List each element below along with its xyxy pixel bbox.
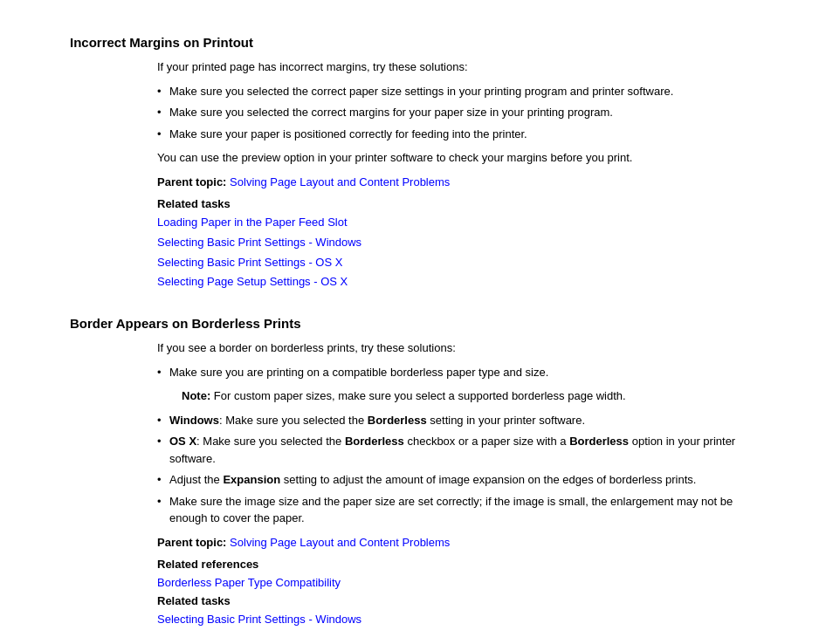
section2-bullets: Make sure you are printing on a compatib… bbox=[157, 364, 763, 527]
related-link-loading-paper[interactable]: Loading Paper in the Paper Feed Slot bbox=[157, 214, 763, 232]
windows-label: Windows bbox=[169, 414, 219, 427]
bullet2-text2: setting in your printer software. bbox=[427, 414, 585, 427]
osx-label: OS X bbox=[169, 435, 196, 448]
section-incorrect-margins: Incorrect Margins on Printout If your pr… bbox=[70, 35, 763, 291]
bullet-item-image-size: Make sure the image size and the paper s… bbox=[157, 493, 763, 527]
borderless-label1: Borderless bbox=[368, 414, 427, 427]
page-container: Incorrect Margins on Printout If your pr… bbox=[0, 0, 833, 644]
section1-content: If your printed page has incorrect margi… bbox=[157, 58, 763, 291]
section2-related-tasks-heading: Related tasks bbox=[157, 594, 763, 607]
bullet-item: Make sure your paper is positioned corre… bbox=[157, 126, 763, 143]
section2-intro: If you see a border on borderless prints… bbox=[157, 339, 763, 357]
note-text: For custom paper sizes, make sure you se… bbox=[214, 389, 626, 402]
section-border-borderless: Border Appears on Borderless Prints If y… bbox=[70, 316, 763, 629]
section2-related-refs-heading: Related references bbox=[157, 558, 763, 571]
related-link-page-setup-osx[interactable]: Selecting Page Setup Settings - OS X bbox=[157, 273, 763, 291]
bullet-item-expansion: Adjust the Expansion setting to adjust t… bbox=[157, 471, 763, 489]
section1-parent-topic: Parent topic: Solving Page Layout and Co… bbox=[157, 174, 763, 191]
section2-parent-topic: Parent topic: Solving Page Layout and Co… bbox=[157, 534, 763, 552]
bullet4-text2: setting to adjust the amount of image ex… bbox=[280, 473, 696, 486]
bullet-item: Make sure you selected the correct margi… bbox=[157, 104, 763, 121]
bullet-item-windows: Windows: Make sure you selected the Bord… bbox=[157, 412, 763, 429]
related-link-basic-print-windows2[interactable]: Selecting Basic Print Settings - Windows bbox=[157, 611, 763, 629]
section1-related-tasks-heading: Related tasks bbox=[157, 197, 763, 210]
note-label: Note: bbox=[182, 389, 210, 402]
bullet5-text: Make sure the image size and the paper s… bbox=[169, 495, 733, 525]
bullet4-text1: Adjust the bbox=[169, 473, 223, 486]
parent-topic-link[interactable]: Solving Page Layout and Content Problems bbox=[230, 175, 450, 188]
parent-topic-label: Parent topic: bbox=[157, 175, 226, 188]
section1-intro: If your printed page has incorrect margi… bbox=[157, 58, 763, 76]
section1-title: Incorrect Margins on Printout bbox=[70, 35, 763, 50]
parent-topic-label2: Parent topic: bbox=[157, 536, 226, 549]
section2-content: If you see a border on borderless prints… bbox=[157, 339, 763, 629]
related-link-basic-print-osx[interactable]: Selecting Basic Print Settings - OS X bbox=[157, 254, 763, 272]
expansion-label: Expansion bbox=[223, 473, 280, 486]
bullet3-text2: checkbox or a paper size with a bbox=[404, 435, 569, 448]
bullet-compatible-text: Make sure you are printing on a compatib… bbox=[169, 366, 548, 379]
bullet3-text1: : Make sure you selected the bbox=[196, 435, 345, 448]
bullet-item-compatible: Make sure you are printing on a compatib… bbox=[157, 364, 763, 405]
borderless-label2: Borderless bbox=[345, 435, 404, 448]
borderless-label3: Borderless bbox=[569, 435, 629, 448]
bullet-item-osx: OS X: Make sure you selected the Borderl… bbox=[157, 433, 763, 467]
section2-title: Border Appears on Borderless Prints bbox=[70, 316, 763, 331]
section1-bullets: Make sure you selected the correct paper… bbox=[157, 83, 763, 143]
note-block: Note: For custom paper sizes, make sure … bbox=[182, 387, 763, 405]
parent-topic-link2[interactable]: Solving Page Layout and Content Problems bbox=[230, 536, 450, 549]
bullet-item: Make sure you selected the correct paper… bbox=[157, 83, 763, 100]
bullet2-text1: : Make sure you selected the bbox=[219, 414, 368, 427]
related-link-borderless-compat[interactable]: Borderless Paper Type Compatibility bbox=[157, 574, 763, 593]
related-link-basic-print-windows[interactable]: Selecting Basic Print Settings - Windows bbox=[157, 234, 763, 252]
section1-followup: You can use the preview option in your p… bbox=[157, 149, 763, 167]
